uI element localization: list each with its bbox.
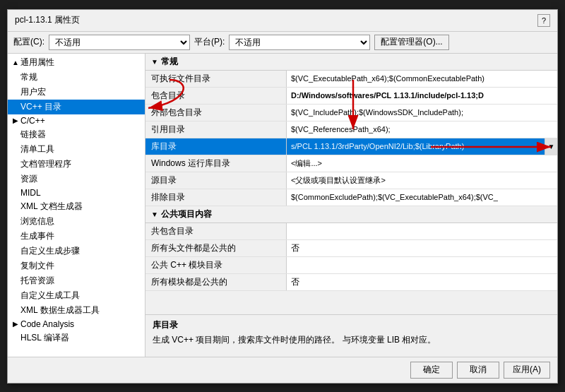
prop-row-all-modules-public: 所有模块都是公共的 否: [145, 274, 557, 291]
config-manager-button[interactable]: 配置管理器(O)...: [374, 35, 448, 50]
config-select[interactable]: 不适用: [49, 35, 190, 50]
expand-icon: [11, 145, 20, 153]
prop-name-lib-dir: 库目录: [145, 138, 287, 155]
tree-item-label: 用户宏: [20, 86, 46, 98]
tree-item-label: 自定义生成工具: [20, 290, 80, 302]
prop-row-external-include-dir: 外部包含目录 $(VC_IncludePath);$(WindowsSDK_In…: [145, 105, 557, 121]
toolbar: 配置(C): 不适用 平台(P): 不适用 配置管理器(O)...: [8, 32, 557, 54]
prop-value-executable-dir: $(VC_ExecutablePath_x64);$(CommonExecuta…: [287, 71, 557, 87]
tree-item-manifest[interactable]: 清单工具: [8, 142, 145, 157]
info-bar-title: 库目录: [153, 319, 550, 331]
tree-item-label: 资源: [20, 173, 37, 185]
expand-icon: [11, 292, 20, 299]
ok-button[interactable]: 确定: [410, 362, 453, 379]
prop-name-cpp-module-dir: 公共 C++ 模块目录: [145, 257, 287, 273]
apply-button[interactable]: 应用(A): [504, 362, 550, 379]
right-panel: ▼ 常规 可执行文件目录 $(VC_ExecutablePath_x64);$(…: [145, 54, 557, 357]
expand-icon: ▲: [11, 59, 20, 66]
prop-row-include-dir: 包含目录 D:/Windows/softwares/PCL 1.13.1/inc…: [145, 88, 557, 105]
platform-label: 平台(P):: [194, 36, 225, 48]
expand-icon: [11, 131, 20, 138]
expand-icon: [11, 262, 20, 270]
tree-item-label: C/C++: [20, 116, 45, 126]
prop-dropdown-btn[interactable]: ▼: [545, 138, 557, 155]
prop-value-all-headers-public: 否: [287, 240, 557, 256]
prop-value-source-dir: <父级或项目默认设置继承>: [287, 172, 557, 189]
info-bar: 库目录 生成 VC++ 项目期间，搜索库文件时使用的路径。 与环境变量 LIB …: [145, 314, 557, 357]
info-bar-description: 生成 VC++ 项目期间，搜索库文件时使用的路径。 与环境变量 LIB 相对应。: [153, 334, 550, 346]
tree-item-resources[interactable]: 资源: [8, 172, 145, 186]
tree-item-label: 常规: [20, 71, 37, 83]
prop-row-executable-dir: 可执行文件目录 $(VC_ExecutablePath_x64);$(Commo…: [145, 71, 557, 88]
tree-item-common-props[interactable]: ▲ 通用属性: [8, 55, 145, 70]
platform-select[interactable]: 不适用: [229, 35, 370, 50]
tree-item-label: HLSL 编译器: [20, 332, 69, 344]
expand-icon: [11, 175, 20, 183]
tree-item-vc-dirs[interactable]: VC++ 目录: [8, 100, 145, 114]
tree-item-browse-info[interactable]: 浏览信息: [8, 214, 145, 229]
prop-value-cpp-module-dir: [287, 257, 557, 273]
tree-item-label: 链接器: [20, 129, 46, 141]
tree-item-xml-data[interactable]: 文档管理程序: [8, 157, 145, 172]
prop-row-winrt-dir: Windows 运行库目录 <编辑...>: [145, 155, 557, 172]
properties-area: ▼ 常规 可执行文件目录 $(VC_ExecutablePath_x64);$(…: [145, 54, 557, 314]
expand-icon: ▶: [11, 320, 20, 328]
tree-item-label: 文档管理程序: [20, 158, 71, 170]
title-bar: pcl-1.13.1 属性页 ?: [8, 10, 557, 32]
prop-value-shared-include-dir: [287, 223, 557, 239]
left-tree-panel: ▲ 通用属性 常规 用户宏 VC++ 目录 ▶ C/C++: [8, 54, 145, 357]
tree-item-label: 托管资源: [20, 275, 54, 287]
prop-value-winrt-dir: <编辑...>: [287, 155, 557, 172]
tree-item-label: 清单工具: [20, 143, 54, 155]
tree-item-build-events[interactable]: 生成事件: [8, 229, 145, 244]
expand-icon: [11, 189, 20, 196]
prop-value-lib-dir: s/PCL 1.13.1/3rdParty/OpenNI2/Lib;$(Libr…: [287, 140, 545, 153]
prop-name-all-modules-public: 所有模块都是公共的: [145, 274, 287, 290]
tree-item-xml-gen[interactable]: XML 文档生成器: [8, 199, 145, 214]
prop-name-all-headers-public: 所有头文件都是公共的: [145, 240, 287, 256]
help-button[interactable]: ?: [537, 14, 550, 27]
tree-item-code-analysis[interactable]: ▶ Code Analysis: [8, 318, 145, 331]
tree-item-label: 复制文件: [20, 260, 54, 272]
tree-item-label: VC++ 目录: [20, 101, 61, 113]
tree-item-midl[interactable]: MIDL: [8, 186, 145, 199]
tree-item-label: MIDL: [20, 188, 41, 198]
tree-item-copy-files[interactable]: 复制文件: [8, 259, 145, 273]
prop-row-ref-dir: 引用目录 $(VC_ReferencesPath_x64);: [145, 121, 557, 138]
prop-row-lib-dir[interactable]: 库目录 s/PCL 1.13.1/3rdParty/OpenNI2/Lib;$(…: [145, 138, 557, 155]
config-label: 配置(C):: [13, 36, 44, 48]
prop-value-external-include-dir: $(VC_IncludePath);$(WindowsSDK_IncludePa…: [287, 105, 557, 121]
tree-item-user-macros[interactable]: 用户宏: [8, 85, 145, 100]
tree-item-hlsl[interactable]: HLSL 编译器: [8, 331, 145, 345]
prop-name-source-dir: 源目录: [145, 172, 287, 189]
tree-item-label: 自定义生成步骤: [20, 245, 80, 257]
expand-icon: [11, 103, 20, 111]
cancel-button[interactable]: 取消: [457, 362, 499, 379]
tree-item-label: 生成事件: [20, 230, 54, 242]
prop-name-winrt-dir: Windows 运行库目录: [145, 155, 287, 172]
expand-icon: [11, 160, 20, 168]
expand-icon: [11, 307, 20, 314]
prop-value-all-modules-public: 否: [287, 274, 557, 290]
tree-item-auto-gen[interactable]: 自定义生成工具: [8, 288, 145, 303]
prop-row-source-dir: 源目录 <父级或项目默认设置继承>: [145, 172, 557, 189]
tree-item-label: 通用属性: [20, 57, 54, 69]
expand-icon: [11, 73, 20, 81]
tree-item-cpp[interactable]: ▶ C/C++: [8, 114, 145, 127]
expand-icon: [11, 334, 20, 342]
expand-icon: [11, 218, 20, 225]
tree-item-label: Code Analysis: [20, 319, 74, 329]
tree-item-managed-res[interactable]: 托管资源: [8, 273, 145, 288]
section-header-general: ▼ 常规: [145, 54, 557, 71]
prop-value-include-dir: D:/Windows/softwares/PCL 1.13.1/include/…: [287, 88, 557, 104]
prop-row-cpp-module-dir: 公共 C++ 模块目录: [145, 257, 557, 274]
tree-item-xml-gen2[interactable]: XML 数据生成器工具: [8, 303, 145, 318]
footer: 确定 取消 应用(A): [8, 357, 557, 383]
prop-value-lib-dir-container: s/PCL 1.13.1/3rdParty/OpenNI2/Lib;$(Libr…: [287, 138, 557, 155]
tree-item-general[interactable]: 常规: [8, 70, 145, 85]
prop-row-all-headers-public: 所有头文件都是公共的 否: [145, 240, 557, 257]
tree-item-label: 浏览信息: [20, 215, 54, 227]
tree-item-linker[interactable]: 链接器: [8, 127, 145, 142]
prop-name-include-dir: 包含目录: [145, 88, 287, 104]
tree-item-custom-steps[interactable]: 自定义生成步骤: [8, 244, 145, 259]
